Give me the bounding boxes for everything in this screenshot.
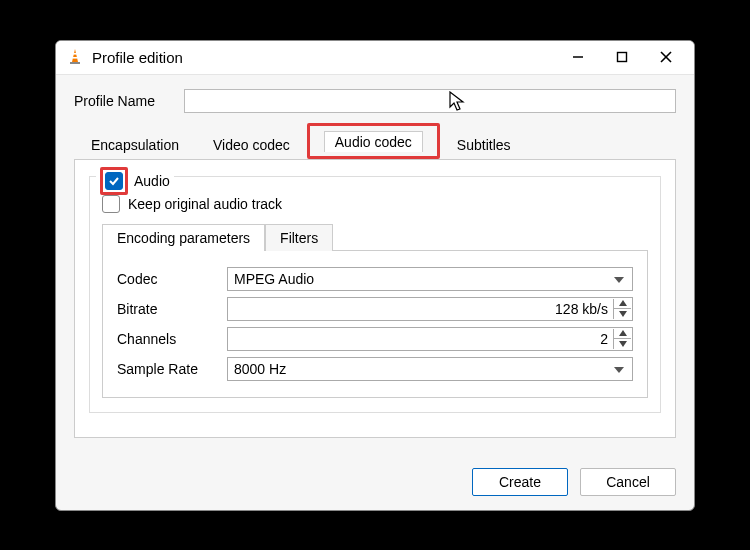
maximize-button[interactable] — [600, 41, 644, 73]
channels-label: Channels — [117, 331, 227, 347]
close-icon — [660, 51, 672, 63]
tab-audio-codec[interactable]: Audio codec — [324, 131, 423, 152]
channels-spin-buttons[interactable] — [613, 329, 631, 349]
audio-legend-label: Audio — [134, 173, 170, 189]
bitrate-label: Bitrate — [117, 301, 227, 317]
vlc-cone-icon — [66, 48, 84, 66]
profile-edition-window: Profile edition Profile Name Encapsulati… — [55, 40, 695, 511]
codec-label: Codec — [117, 271, 227, 287]
svg-rect-2 — [73, 53, 77, 55]
audio-checkbox[interactable] — [105, 172, 123, 190]
codec-value: MPEG Audio — [234, 271, 314, 287]
bitrate-spinner[interactable]: 128 kb/s — [227, 297, 633, 321]
profile-name-input[interactable] — [184, 89, 676, 113]
bitrate-spin-buttons[interactable] — [613, 299, 631, 319]
window-title: Profile edition — [92, 49, 183, 66]
highlight-audio-checkbox — [100, 167, 128, 195]
svg-rect-3 — [73, 57, 78, 59]
keep-original-label: Keep original audio track — [128, 196, 282, 212]
create-button[interactable]: Create — [472, 468, 568, 496]
main-tabs: Encapsulation Video codec Audio codec Su… — [74, 123, 676, 159]
subtab-encoding-parameters[interactable]: Encoding parameters — [102, 224, 265, 251]
audio-codec-panel: Audio Keep original audio track Encoding… — [74, 159, 676, 438]
encoding-parameters-panel: Codec MPEG Audio Bitrate 128 kb/s — [102, 250, 648, 398]
channels-spinner[interactable]: 2 — [227, 327, 633, 351]
channels-value: 2 — [600, 331, 608, 347]
audio-subtabs: Encoding parameters Filters — [102, 223, 648, 250]
spin-up-icon — [619, 330, 627, 336]
tab-video-codec[interactable]: Video codec — [196, 130, 307, 160]
minimize-button[interactable] — [556, 41, 600, 73]
minimize-icon — [572, 51, 584, 63]
profile-name-label: Profile Name — [74, 93, 184, 109]
codec-select[interactable]: MPEG Audio — [227, 267, 633, 291]
sample-rate-value: 8000 Hz — [234, 361, 286, 377]
tab-encapsulation[interactable]: Encapsulation — [74, 130, 196, 160]
subtab-filters[interactable]: Filters — [265, 224, 333, 251]
audio-fieldset: Audio Keep original audio track Encoding… — [89, 176, 661, 413]
titlebar: Profile edition — [56, 41, 694, 75]
tab-subtitles[interactable]: Subtitles — [440, 130, 528, 160]
svg-marker-8 — [619, 300, 627, 306]
bitrate-value: 128 kb/s — [555, 301, 608, 317]
svg-marker-9 — [619, 311, 627, 317]
maximize-icon — [616, 51, 628, 63]
svg-marker-11 — [619, 341, 627, 347]
check-icon — [108, 175, 120, 187]
spin-down-icon — [619, 311, 627, 317]
close-button[interactable] — [644, 41, 688, 73]
svg-rect-1 — [70, 62, 80, 64]
sample-rate-label: Sample Rate — [117, 361, 227, 377]
spin-up-icon — [619, 300, 627, 306]
keep-original-checkbox[interactable] — [102, 195, 120, 213]
spin-down-icon — [619, 341, 627, 347]
svg-marker-10 — [619, 330, 627, 336]
svg-marker-0 — [72, 49, 78, 62]
dialog-footer: Create Cancel — [56, 454, 694, 510]
cancel-button[interactable]: Cancel — [580, 468, 676, 496]
sample-rate-select[interactable]: 8000 Hz — [227, 357, 633, 381]
highlight-audio-codec-tab: Audio codec — [307, 123, 440, 159]
svg-rect-5 — [618, 53, 627, 62]
